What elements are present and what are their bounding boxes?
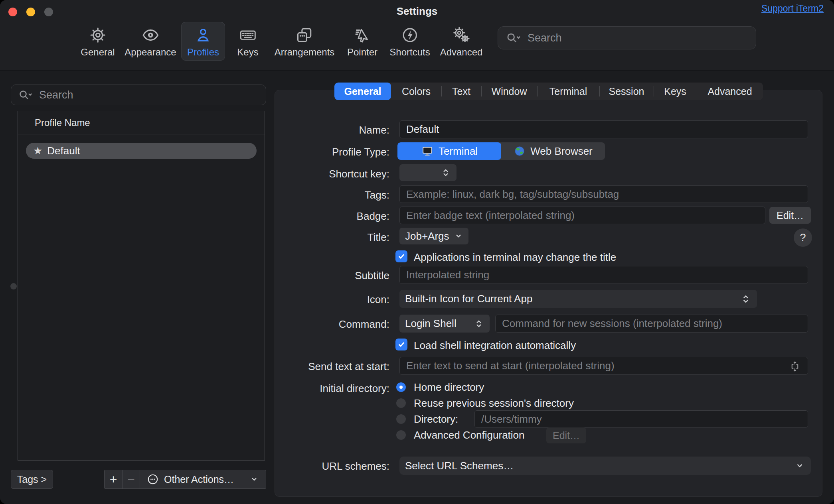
profile-name: Default xyxy=(47,145,80,157)
ellipsis-circle-icon xyxy=(146,473,159,486)
profile-type-label: Profile Type: xyxy=(332,146,389,158)
profile-type-terminal-label: Terminal xyxy=(439,145,478,158)
icon-value: Built-in Icon for Current App xyxy=(405,293,532,305)
stacked-windows-icon xyxy=(295,26,314,45)
tab-general[interactable]: General xyxy=(334,83,391,100)
eye-icon xyxy=(141,26,160,45)
tab-keys[interactable]: Keys xyxy=(654,83,697,100)
tags-button[interactable]: Tags > xyxy=(11,470,53,489)
toolbar-item-label: Appearance xyxy=(125,47,176,57)
add-profile-button[interactable]: + xyxy=(105,470,122,488)
name-label: Name: xyxy=(359,124,389,136)
toolbar-item-label: Advanced xyxy=(440,47,483,57)
command-label: Command: xyxy=(339,318,389,331)
command-input[interactable] xyxy=(495,315,808,333)
star-icon: ★ xyxy=(33,146,42,156)
tags-input[interactable] xyxy=(399,185,808,203)
radio-directory[interactable] xyxy=(396,414,406,424)
remove-profile-button[interactable]: − xyxy=(122,470,140,488)
gear-icon xyxy=(88,26,107,45)
title-label: Title: xyxy=(368,231,389,244)
shortcut-key-label: Shortcut key: xyxy=(329,168,389,180)
radio-home-directory[interactable] xyxy=(396,382,406,392)
title-change-checkbox[interactable] xyxy=(395,250,407,262)
toolbar-item-label: Keys xyxy=(237,47,258,57)
profile-type-terminal[interactable]: Terminal xyxy=(397,142,501,160)
chevron-updown-icon xyxy=(441,167,451,178)
toolbar-item-label: Profiles xyxy=(187,47,219,57)
radio-advanced-configuration[interactable] xyxy=(396,430,406,440)
settings-window: Settings Support iTerm2 General Appearan… xyxy=(0,0,834,504)
badge-edit-button[interactable]: Edit… xyxy=(769,207,811,224)
toolbar-item-arrangements[interactable]: Arrangements xyxy=(269,22,340,60)
radio-reuse-directory[interactable] xyxy=(396,398,406,408)
subtitle-label: Subtitle xyxy=(355,270,389,282)
shell-integration-checkbox-label: Load shell integration automatically xyxy=(414,339,576,352)
command-popup[interactable]: Login Shell xyxy=(399,315,490,333)
toolbar-item-keys[interactable]: Keys xyxy=(231,22,264,60)
send-text-label: Send text at start: xyxy=(308,360,389,373)
profile-row-default[interactable]: ★ Default xyxy=(26,143,257,159)
tab-advanced[interactable]: Advanced xyxy=(697,83,763,100)
toolbar-item-pointer[interactable]: Pointer xyxy=(342,22,383,60)
advanced-configuration-edit-button[interactable]: Edit… xyxy=(546,427,586,443)
tab-text[interactable]: Text xyxy=(441,83,481,100)
pane-resize-handle[interactable] xyxy=(10,283,17,289)
toolbar-item-general[interactable]: General xyxy=(75,22,120,60)
toolbar-item-advanced[interactable]: Advanced xyxy=(435,22,488,60)
title-change-checkbox-label: Applications in terminal may change the … xyxy=(414,251,616,264)
badge-label: Badge: xyxy=(357,210,389,222)
title-popup[interactable]: Job+Args xyxy=(399,228,468,244)
toolbar-search[interactable] xyxy=(498,26,756,49)
shell-integration-checkbox[interactable] xyxy=(395,339,407,350)
profile-type-web-browser[interactable]: Web Browser xyxy=(501,142,605,160)
shortcut-key-popup[interactable] xyxy=(399,164,457,181)
tab-window[interactable]: Window xyxy=(481,83,537,100)
profile-search-input[interactable] xyxy=(38,89,259,102)
bolt-circle-icon xyxy=(400,26,419,45)
interpolated-string-editor-icon[interactable] xyxy=(789,360,801,372)
other-actions-menu[interactable]: Other Actions… xyxy=(140,470,266,488)
toolbar-item-shortcuts[interactable]: Shortcuts xyxy=(384,22,435,60)
chevron-down-icon xyxy=(453,231,464,241)
person-icon xyxy=(194,26,213,45)
toolbar: Settings Support iTerm2 General Appearan… xyxy=(0,0,834,71)
keyboard-icon xyxy=(238,26,257,45)
profile-tab-bar: General Colors Text Window Terminal Sess… xyxy=(334,83,763,100)
radio-home-directory-label: Home directory xyxy=(414,381,484,394)
chevron-down-icon xyxy=(794,460,805,471)
check-icon xyxy=(397,252,406,261)
send-text-input[interactable] xyxy=(399,357,808,375)
other-actions-label: Other Actions… xyxy=(164,474,234,485)
tab-terminal[interactable]: Terminal xyxy=(537,83,599,100)
toolbar-item-label: Pointer xyxy=(347,47,377,57)
name-input[interactable] xyxy=(399,120,808,138)
toolbar-search-input[interactable] xyxy=(527,32,749,45)
help-button[interactable]: ? xyxy=(794,228,812,247)
toolbar-item-label: General xyxy=(81,47,115,57)
cursor-arrow-icon xyxy=(353,26,372,45)
check-icon xyxy=(397,340,406,349)
support-iterm2-link[interactable]: Support iTerm2 xyxy=(761,3,824,14)
profile-search[interactable] xyxy=(11,85,266,105)
directory-input[interactable] xyxy=(474,410,808,428)
initial-directory-label: Initial directory: xyxy=(320,382,389,395)
tab-session[interactable]: Session xyxy=(599,83,654,100)
badge-input[interactable] xyxy=(399,207,765,224)
radio-reuse-directory-label: Reuse previous session's directory xyxy=(414,397,574,410)
chevron-updown-icon xyxy=(474,319,484,329)
magnifier-chevron-icon xyxy=(18,89,34,101)
url-schemes-dropdown[interactable]: Select URL Schemes… xyxy=(399,457,811,475)
profile-settings-panel: Name: Profile Type: Terminal xyxy=(275,90,822,497)
radio-directory-label: Directory: xyxy=(414,413,458,425)
url-schemes-label: URL schemes: xyxy=(322,460,389,472)
toolbar-item-label: Shortcuts xyxy=(389,47,430,57)
title-value: Job+Args xyxy=(405,230,449,242)
subtitle-input[interactable] xyxy=(399,266,808,284)
toolbar-item-profiles[interactable]: Profiles xyxy=(182,22,225,60)
toolbar-item-appearance[interactable]: Appearance xyxy=(119,22,182,60)
tab-colors[interactable]: Colors xyxy=(391,83,441,100)
globe-icon xyxy=(514,145,526,157)
icon-popup[interactable]: Built-in Icon for Current App xyxy=(399,290,757,308)
profile-list-actions: + − Other Actions… xyxy=(104,470,266,489)
